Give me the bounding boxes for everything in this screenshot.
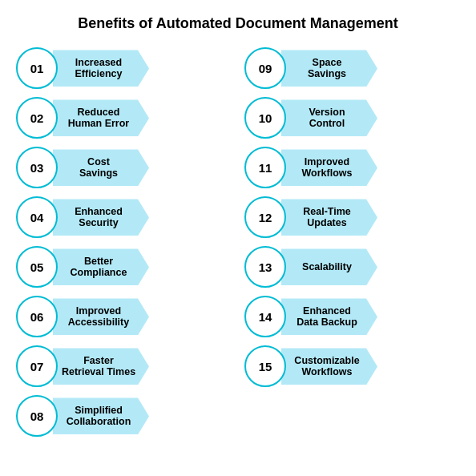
item-number: 09 (244, 47, 286, 89)
benefit-item: 10 VersionControl (244, 97, 460, 139)
item-label: ImprovedWorkflows (281, 149, 377, 186)
item-label: EnhancedSecurity (53, 199, 149, 236)
item-number: 03 (16, 147, 58, 188)
benefit-item: 09 SpaceSavings (244, 47, 460, 89)
item-label: EnhancedData Backup (281, 298, 377, 335)
benefit-item: 02 ReducedHuman Error (16, 97, 232, 139)
benefit-item: 04 EnhancedSecurity (16, 196, 232, 238)
item-number: 08 (16, 395, 58, 437)
item-label: CostSavings (53, 149, 149, 186)
item-label: ImprovedAccessibility (53, 298, 149, 335)
benefits-grid: 01 IncreasedEfficiency 09 SpaceSavings 0… (16, 47, 460, 437)
item-label: CustomizableWorkflows (281, 348, 377, 385)
item-number: 12 (244, 196, 286, 238)
item-label: FasterRetrieval Times (53, 348, 149, 385)
item-number: 04 (16, 196, 58, 238)
benefit-item: 01 IncreasedEfficiency (16, 47, 232, 89)
item-number: 07 (16, 345, 58, 387)
benefit-item: 13 Scalability (244, 246, 460, 288)
benefit-item: 08 SimplifiedCollaboration (16, 395, 232, 437)
item-label: Real-TimeUpdates (281, 199, 377, 236)
item-label: VersionControl (281, 99, 377, 136)
benefit-item: 07 FasterRetrieval Times (16, 345, 232, 387)
benefit-item: 14 EnhancedData Backup (244, 296, 460, 337)
item-number: 06 (16, 296, 58, 337)
item-number: 10 (244, 97, 286, 139)
benefit-item: 03 CostSavings (16, 147, 232, 188)
item-number: 15 (244, 345, 286, 387)
item-label: BetterCompliance (53, 248, 149, 285)
item-label: IncreasedEfficiency (53, 50, 149, 87)
item-number: 11 (244, 147, 286, 188)
benefit-item: 06 ImprovedAccessibility (16, 296, 232, 337)
item-number: 02 (16, 97, 58, 139)
page-title: Benefits of Automated Document Managemen… (16, 14, 460, 33)
item-label: SimplifiedCollaboration (53, 397, 149, 434)
benefit-item: 05 BetterCompliance (16, 246, 232, 288)
benefit-item: 11 ImprovedWorkflows (244, 147, 460, 188)
item-number: 05 (16, 246, 58, 288)
benefit-item: 12 Real-TimeUpdates (244, 196, 460, 238)
item-number: 01 (16, 47, 58, 89)
benefit-item: 15 CustomizableWorkflows (244, 345, 460, 387)
item-label: Scalability (281, 248, 377, 285)
item-number: 14 (244, 296, 286, 337)
item-label: ReducedHuman Error (53, 99, 149, 136)
item-number: 13 (244, 246, 286, 288)
item-label: SpaceSavings (281, 50, 377, 87)
